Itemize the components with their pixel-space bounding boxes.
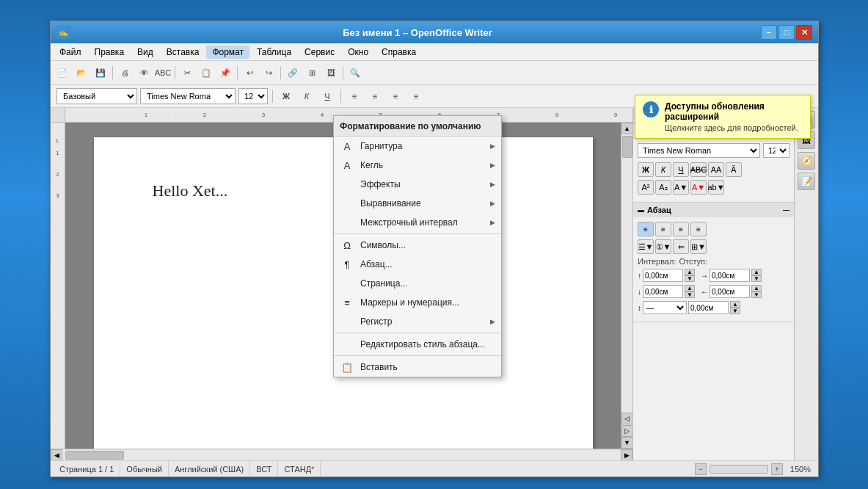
- scroll-thumb[interactable]: [622, 136, 632, 158]
- h-scroll-left-button[interactable]: ◀: [51, 449, 62, 461]
- style-select[interactable]: Базовый: [56, 88, 137, 104]
- panel-char-spacing-button[interactable]: аb▼: [708, 180, 724, 195]
- numbered-list-button[interactable]: ①▼: [655, 239, 671, 254]
- scroll-next-page[interactable]: ▷: [621, 425, 633, 437]
- line-spin-up[interactable]: ▲: [730, 301, 740, 308]
- menu-item-insert[interactable]: 📋 Вставить: [334, 358, 501, 377]
- menu-item-effects[interactable]: Эффекты: [334, 175, 501, 194]
- align-left-btn[interactable]: ≡: [638, 222, 654, 236]
- align-right-button[interactable]: ≡: [387, 88, 404, 104]
- menu-item-linespace[interactable]: Межстрочный интервал: [334, 213, 501, 232]
- menu-file[interactable]: Файл: [54, 46, 87, 59]
- navigator-icon[interactable]: 🧭: [798, 152, 815, 170]
- spellcheck-button[interactable]: ABC: [154, 65, 172, 81]
- panel-font-effects-button[interactable]: Ӓ: [726, 162, 742, 177]
- above-spin-up[interactable]: ▲: [685, 269, 695, 275]
- notification-panel[interactable]: ℹ Доступны обновления расширений Щелкнит…: [635, 95, 811, 139]
- menu-item-symbols[interactable]: Ω Символы...: [334, 236, 501, 255]
- menu-item-register[interactable]: Регистр: [334, 312, 501, 331]
- left-spin-down[interactable]: ▼: [751, 291, 762, 298]
- maximize-button[interactable]: □: [778, 25, 795, 40]
- h-scroll-track[interactable]: [62, 450, 621, 460]
- preview-button[interactable]: 👁: [135, 65, 153, 81]
- menu-item-align[interactable]: Выравнивание: [334, 194, 501, 213]
- left-spin-up[interactable]: ▲: [751, 285, 762, 291]
- find-button[interactable]: 🔍: [346, 65, 364, 81]
- scroll-up-button[interactable]: ▲: [621, 123, 633, 134]
- panel-italic-button[interactable]: К: [655, 162, 671, 177]
- right-indent-input[interactable]: [710, 269, 750, 282]
- panel-uppercase-button[interactable]: АА: [708, 162, 724, 177]
- hyperlink-button[interactable]: 🔗: [284, 65, 302, 81]
- below-spin-down[interactable]: ▼: [685, 291, 695, 298]
- save-button[interactable]: 💾: [92, 65, 109, 81]
- menu-item-edit-style[interactable]: Редактировать стиль абзаца...: [334, 335, 501, 354]
- print-button[interactable]: 🖨: [116, 65, 134, 81]
- left-indent-input[interactable]: [710, 285, 750, 298]
- menu-item-garnitura[interactable]: A Гарнитура: [334, 137, 501, 156]
- menu-insert[interactable]: Вставка: [161, 46, 205, 59]
- close-button[interactable]: ✕: [796, 25, 812, 40]
- panel-highlight-button[interactable]: A▼: [690, 180, 707, 195]
- panel-underline-button[interactable]: Ч: [673, 162, 689, 177]
- styles-icon[interactable]: 📝: [798, 173, 815, 190]
- minimize-button[interactable]: –: [761, 25, 777, 40]
- list-button[interactable]: ☰▼: [638, 239, 654, 254]
- copy-button[interactable]: 📋: [197, 65, 215, 81]
- menu-item-kegl[interactable]: A Кегль: [334, 156, 501, 175]
- align-center-btn[interactable]: ≡: [655, 222, 671, 236]
- below-spin-up[interactable]: ▲: [685, 285, 695, 291]
- panel-superscript-button[interactable]: A²: [638, 180, 654, 195]
- insert-image-button[interactable]: 🖼: [322, 65, 340, 81]
- justify-button[interactable]: ≡: [407, 88, 425, 104]
- right-spin-up[interactable]: ▲: [751, 269, 762, 275]
- scroll-down-button[interactable]: ▼: [621, 437, 633, 449]
- menu-item-paragraph[interactable]: ¶ Абзац...: [334, 255, 501, 274]
- align-right-btn[interactable]: ≡: [673, 222, 689, 236]
- indent-increase-button[interactable]: ⊞▼: [690, 239, 707, 254]
- menu-window[interactable]: Окно: [342, 46, 374, 59]
- align-center-button[interactable]: ≡: [366, 88, 384, 104]
- align-justify-btn[interactable]: ≡: [690, 222, 707, 236]
- open-button[interactable]: 📂: [73, 65, 90, 81]
- menu-item-bullets[interactable]: ≡ Маркеры и нумерация...: [334, 293, 501, 312]
- menu-view[interactable]: Вид: [131, 46, 159, 59]
- new-button[interactable]: 📄: [54, 65, 71, 81]
- line-spacing-select[interactable]: —: [643, 301, 687, 314]
- menu-item-page[interactable]: Страница...: [334, 274, 501, 293]
- panel-bold-button[interactable]: Ж: [638, 162, 654, 177]
- menu-format[interactable]: Формат: [206, 46, 249, 59]
- undo-button[interactable]: ↩: [241, 65, 258, 81]
- line-spin-down[interactable]: ▼: [730, 308, 740, 314]
- right-spin-down[interactable]: ▼: [751, 275, 762, 282]
- align-left-button[interactable]: ≡: [346, 88, 363, 104]
- above-spacing-input[interactable]: [643, 269, 683, 282]
- underline-button[interactable]: Ч: [318, 88, 336, 104]
- panel-strikethrough-button[interactable]: ABC: [690, 162, 707, 177]
- line-spacing-input[interactable]: [688, 301, 729, 314]
- panel-font-select[interactable]: Times New Roman: [638, 143, 760, 158]
- table-button[interactable]: ⊞: [303, 65, 321, 81]
- bold-button[interactable]: Ж: [277, 88, 295, 104]
- h-scroll-thumb[interactable]: [65, 451, 124, 460]
- zoom-out-icon[interactable]: −: [695, 463, 707, 475]
- menu-table[interactable]: Таблица: [251, 46, 297, 59]
- font-select[interactable]: Times New Roma: [140, 88, 236, 104]
- font-size-select[interactable]: 12: [238, 88, 268, 104]
- indent-decrease-button[interactable]: ⇐: [673, 239, 689, 254]
- panel-size-select[interactable]: 12: [763, 143, 789, 158]
- above-spin-down[interactable]: ▼: [685, 275, 695, 282]
- menu-tools[interactable]: Сервис: [299, 46, 340, 59]
- para-section-title[interactable]: ▬ Абзац —: [633, 203, 794, 217]
- para-section-collapse[interactable]: —: [783, 206, 789, 214]
- below-spacing-input[interactable]: [643, 285, 683, 298]
- zoom-slider[interactable]: [710, 465, 768, 474]
- paste-button[interactable]: 📌: [216, 65, 234, 81]
- redo-button[interactable]: ↪: [260, 65, 277, 81]
- menu-help[interactable]: Справка: [376, 46, 422, 59]
- panel-color-button[interactable]: А▼: [673, 180, 689, 195]
- h-scroll-right-button[interactable]: ▶: [621, 449, 632, 461]
- menu-edit[interactable]: Правка: [89, 46, 131, 59]
- scroll-track[interactable]: [621, 134, 632, 413]
- zoom-in-icon[interactable]: +: [771, 463, 783, 475]
